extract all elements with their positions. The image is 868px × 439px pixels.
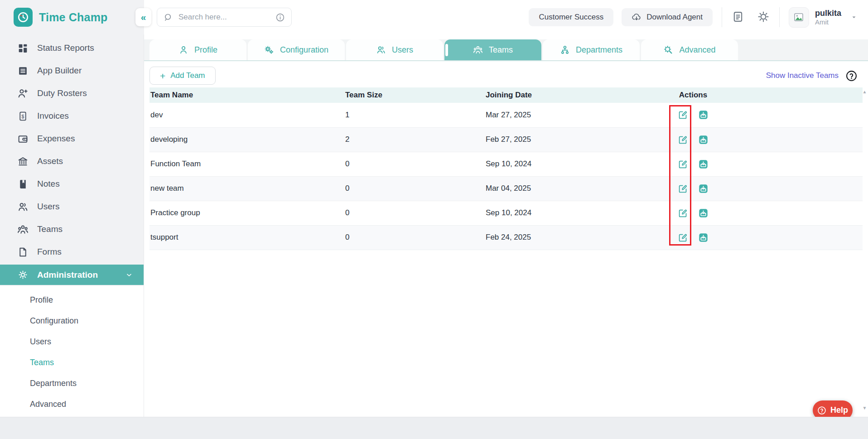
customer-success-button[interactable]: Customer Success	[529, 8, 613, 26]
archive-down-icon	[699, 184, 708, 193]
sidebar-item-users[interactable]: Users	[0, 195, 144, 218]
cell-team-size: 1	[344, 103, 485, 127]
admin-subitem-label: Profile	[30, 295, 53, 305]
customer-success-label: Customer Success	[539, 13, 603, 22]
admin-subitem-configuration[interactable]: Configuration	[0, 310, 144, 331]
sidebar-item-label: Forms	[37, 247, 62, 257]
archive-down-icon	[699, 135, 708, 145]
search-input[interactable]	[178, 13, 270, 22]
archive-team-button[interactable]	[699, 184, 708, 193]
gear-icon	[757, 10, 770, 23]
add-team-button[interactable]: + Add Team	[149, 67, 216, 85]
info-icon[interactable]	[275, 13, 285, 22]
archive-team-button[interactable]	[699, 159, 708, 169]
assets-icon	[17, 156, 29, 167]
sidebar-item-label: Notes	[37, 179, 60, 189]
cell-filler	[736, 152, 863, 176]
admin-subitem-users[interactable]: Users	[0, 331, 144, 352]
tab-label: Configuration	[280, 45, 328, 55]
cell-team-size: 0	[344, 201, 485, 225]
avatar-image-placeholder-icon	[793, 12, 804, 23]
sidebar-collapse-button[interactable]: «	[135, 8, 151, 26]
archive-team-button[interactable]	[699, 233, 708, 242]
cell-joining-date: Sep 10, 2024	[485, 152, 650, 176]
expenses-icon	[17, 133, 29, 145]
user-menu[interactable]: pulkita Amit	[789, 7, 857, 28]
release-notes-button[interactable]	[731, 10, 745, 24]
cell-filler	[736, 225, 863, 250]
admin-subitem-departments[interactable]: Departments	[0, 373, 144, 394]
cell-team-name: tsupport	[149, 225, 344, 250]
sidebar-item-forms[interactable]: Forms	[0, 241, 144, 263]
sidebar-item-invoices[interactable]: $Invoices	[0, 105, 144, 127]
show-inactive-teams-link[interactable]: Show Inactive Teams	[766, 71, 839, 80]
brand-title: Time Champ	[39, 11, 108, 24]
cell-joining-date: Feb 27, 2025	[485, 127, 650, 152]
scroll-down-arrow[interactable]: ▼	[862, 405, 868, 411]
tab-configuration[interactable]: Configuration	[248, 39, 345, 60]
settings-button[interactable]	[757, 10, 770, 24]
archive-team-button[interactable]	[699, 208, 708, 218]
question-circle-icon[interactable]	[846, 70, 857, 82]
table-row: dev1Mar 27, 2025	[149, 103, 863, 127]
sidebar-item-duty-rosters[interactable]: Duty Rosters	[0, 82, 144, 105]
sidebar-item-assets[interactable]: Assets	[0, 150, 144, 173]
administration-submenu: ProfileConfigurationUsersTeamsDepartment…	[0, 286, 144, 417]
column-header-joining-date: Joining Date	[485, 87, 650, 103]
column-header-team-name: Team Name	[149, 87, 344, 103]
cell-team-size: 0	[344, 176, 485, 201]
admin-subitem-label: Configuration	[30, 316, 78, 326]
scroll-up-arrow[interactable]: ▲	[862, 89, 868, 95]
search-icon	[164, 13, 173, 22]
cell-joining-date: Feb 24, 2025	[485, 225, 650, 250]
sidebar-item-label: Expenses	[37, 134, 75, 144]
help-button[interactable]: Help	[813, 400, 853, 417]
users-icon	[376, 45, 386, 55]
admin-subitem-teams[interactable]: Teams	[0, 352, 144, 373]
sidebar-item-notes[interactable]: Notes	[0, 173, 144, 195]
table-scrollbar: ▲ ▼	[862, 85, 868, 413]
edit-team-button[interactable]	[678, 110, 688, 120]
cell-actions	[650, 127, 736, 152]
sidebar-item-status-reports[interactable]: Status Reports	[0, 37, 144, 59]
admin-subitem-advanced[interactable]: Advanced	[0, 394, 144, 415]
download-agent-label: Download Agent	[646, 13, 703, 22]
archive-down-icon	[699, 110, 708, 120]
edit-team-button[interactable]	[678, 233, 688, 242]
edit-team-button[interactable]	[678, 184, 688, 193]
cell-actions	[650, 152, 736, 176]
tab-users[interactable]: Users	[346, 39, 443, 60]
tab-advanced[interactable]: Advanced	[641, 39, 738, 60]
archive-team-button[interactable]	[699, 110, 708, 120]
sidebar-item-administration[interactable]: Administration	[0, 265, 144, 285]
table-row: new team0Mar 04, 2025	[149, 176, 863, 201]
sidebar-item-app-builder[interactable]: App Builder	[0, 59, 144, 82]
page-footer-strip	[0, 417, 868, 439]
tab-departments[interactable]: Departments	[543, 39, 640, 60]
admin-subitem-label: Departments	[30, 379, 77, 388]
edit-icon	[678, 184, 688, 193]
edit-icon	[678, 110, 688, 120]
cell-team-size: 0	[344, 225, 485, 250]
admin-subitem-profile[interactable]: Profile	[0, 289, 144, 310]
invoices-icon: $	[17, 111, 29, 122]
tab-label: Profile	[194, 45, 217, 55]
cell-filler	[736, 201, 863, 225]
sidebar-item-label: Assets	[37, 156, 63, 166]
edit-team-button[interactable]	[678, 135, 688, 145]
header-divider	[722, 7, 722, 27]
archive-team-button[interactable]	[699, 135, 708, 145]
cell-filler	[736, 176, 863, 201]
clock-icon	[17, 11, 29, 23]
tab-profile[interactable]: Profile	[149, 39, 246, 60]
edit-team-button[interactable]	[678, 208, 688, 218]
edit-icon	[678, 159, 688, 169]
header-divider	[779, 7, 780, 27]
download-agent-button[interactable]: Download Agent	[622, 8, 713, 26]
sidebar-item-teams[interactable]: Teams	[0, 218, 144, 241]
tab-teams[interactable]: Teams	[444, 39, 541, 60]
tabs-bar: ProfileConfigurationUsersTeamsDepartment…	[144, 34, 868, 61]
edit-team-button[interactable]	[678, 159, 688, 169]
sidebar-item-label: Duty Rosters	[37, 88, 87, 98]
sidebar-item-expenses[interactable]: Expenses	[0, 127, 144, 150]
